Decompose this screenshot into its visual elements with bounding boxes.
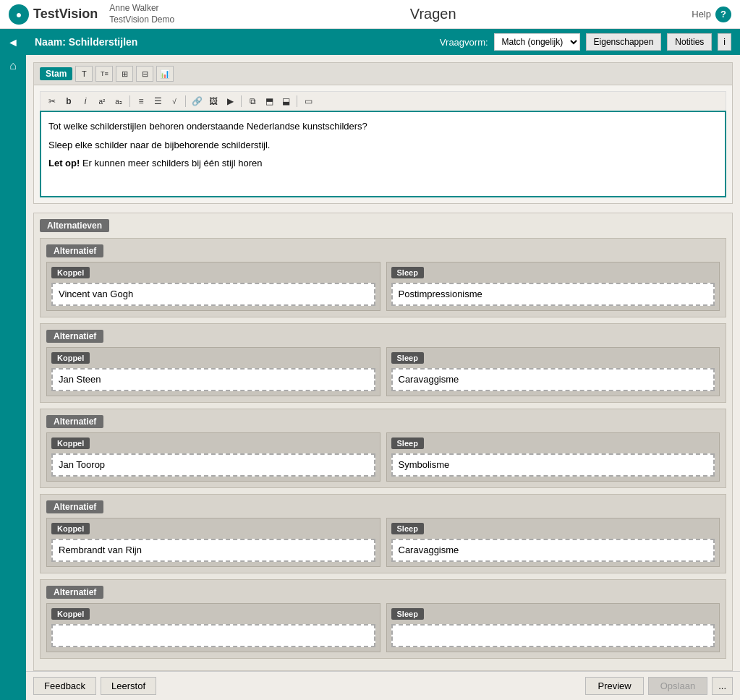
opslaan-button[interactable]: Opslaan [648, 677, 707, 695]
koppel-block-2: Koppel Jan Steen [46, 347, 380, 396]
user-org: TestVision Demo [109, 14, 174, 26]
stam-icon-Tiii[interactable]: T≡ [95, 66, 113, 82]
toolbar-italic[interactable]: i [78, 95, 93, 108]
help-label: Help [692, 9, 711, 20]
toolbar-sep3 [241, 95, 242, 107]
sleep-block-3: Sleep Symbolisme [386, 432, 720, 482]
koppel-label-3: Koppel [51, 438, 90, 449]
alternatieven-section: Alternatieven Alternatief Koppel Vincent… [33, 213, 733, 671]
koppel-block-1: Koppel Vincent van Gogh [46, 262, 380, 311]
stam-icon-chart[interactable]: 📊 [156, 66, 174, 82]
sleep-input-5[interactable] [391, 624, 715, 647]
toolbar-formula[interactable]: √ [167, 95, 182, 108]
alternatief-row-2: Koppel Jan Steen Sleep Caravaggisme [46, 347, 720, 396]
alternatief-block-3: Alternatief Koppel Jan Toorop Sleep Symb… [40, 409, 726, 488]
notities-button[interactable]: Notities [667, 33, 712, 51]
stam-icon-T[interactable]: T [75, 66, 93, 82]
alternatief-header-2: Alternatief [46, 330, 720, 343]
koppel-input-2[interactable]: Jan Steen [51, 368, 375, 391]
editor-area: ✂ b i a² a₂ ≡ ☰ √ 🔗 🖼 ▶ ⧉ [34, 85, 732, 203]
main-layout: ◄ ⌂ Naam: Schilderstijlen Vraagvorm: Mat… [0, 29, 740, 700]
left-sidebar: ◄ ⌂ [0, 29, 26, 700]
alternatief-row-3: Koppel Jan Toorop Sleep Symbolisme [46, 432, 720, 482]
alternatief-label-2: Alternatief [46, 330, 103, 343]
alternatieven-label: Alternatieven [40, 219, 109, 232]
koppel-input-3[interactable]: Jan Toorop [51, 453, 375, 477]
name-bar: Naam: Schilderstijlen Vraagvorm: Match (… [26, 29, 740, 55]
feedback-button[interactable]: Feedback [33, 677, 96, 695]
toolbar-bold[interactable]: b [61, 95, 76, 108]
alternatieven-header: Alternatieven [40, 219, 726, 232]
stam-icon-grid2[interactable]: ⊟ [136, 66, 153, 82]
vraagvorm-label: Vraagvorm: [440, 37, 488, 48]
toolbar-sep1 [129, 95, 130, 107]
bottom-bar: Feedback Leerstof Preview Opslaan ... [26, 671, 740, 700]
alternatief-header-3: Alternatief [46, 415, 720, 428]
editor-line3-bold: Let op! [48, 158, 80, 168]
koppel-label-5: Koppel [51, 608, 90, 620]
sidebar-arrow-button[interactable]: ◄ [2, 32, 24, 54]
toolbar-image[interactable]: 🖼 [206, 95, 221, 108]
sleep-input-4[interactable]: Caravaggisme [391, 539, 715, 562]
koppel-input-4[interactable]: Rembrandt van Rijn [51, 539, 375, 562]
user-name: Anne Walker [109, 3, 174, 14]
alternatief-block-1: Alternatief Koppel Vincent van Gogh Slee… [40, 238, 726, 317]
app-name: TestVision [33, 7, 98, 22]
arrow-icon: ◄ [7, 36, 19, 49]
alternatief-row-4: Koppel Rembrandt van Rijn Sleep Caravagg… [46, 518, 720, 567]
koppel-input-5[interactable] [51, 624, 375, 647]
more-button[interactable]: ... [712, 677, 733, 695]
editor-toolbar: ✂ b i a² a₂ ≡ ☰ √ 🔗 🖼 ▶ ⧉ [40, 91, 726, 111]
top-bar: ● TestVision Anne Walker TestVision Demo… [0, 0, 740, 29]
user-info: Anne Walker TestVision Demo [109, 3, 174, 25]
eigenschappen-button[interactable]: Eigenschappen [586, 33, 662, 51]
vraagvorm-select[interactable]: Match (ongelijk) [494, 33, 580, 51]
stam-icon-grid1[interactable]: ⊞ [116, 66, 133, 82]
logo-icon: ● [9, 4, 29, 25]
sleep-block-2: Sleep Caravaggisme [386, 347, 720, 396]
toolbar-ul[interactable]: ☰ [150, 95, 165, 108]
editor-line1: Tot welke schilderstijlen behoren onders… [48, 119, 718, 134]
toolbar-sub[interactable]: a₂ [111, 95, 126, 108]
editor-line2: Sleep elke schilder naar de bijbehorende… [48, 138, 718, 153]
info-button[interactable]: i [718, 33, 731, 51]
editor-content[interactable]: Tot welke schilderstijlen behoren onders… [40, 111, 726, 197]
help-button[interactable]: ? [715, 7, 731, 22]
editor-line3-rest: Er kunnen meer schilders bij één stijl h… [80, 158, 262, 168]
alternatief-header-1: Alternatief [46, 244, 720, 257]
toolbar-sup[interactable]: a² [95, 95, 109, 108]
preview-button[interactable]: Preview [585, 677, 643, 695]
sleep-input-2[interactable]: Caravaggisme [391, 368, 715, 391]
koppel-label-1: Koppel [51, 267, 90, 278]
sleep-input-1[interactable]: Postimpressionisme [391, 283, 715, 306]
toolbar-sep4 [297, 95, 297, 107]
alternatief-label-1: Alternatief [46, 244, 103, 257]
alternatief-label-4: Alternatief [46, 500, 103, 513]
editor-line3: Let op! Er kunnen meer schilders bij één… [48, 156, 718, 171]
koppel-block-5: Koppel [46, 603, 380, 652]
koppel-input-1[interactable]: Vincent van Gogh [51, 283, 375, 306]
toolbar-box[interactable]: ▭ [301, 95, 315, 108]
toolbar-ol[interactable]: ≡ [134, 95, 148, 108]
help-area: Help ? [692, 7, 731, 22]
alternatief-header-5: Alternatief [46, 586, 720, 599]
alternatief-label-3: Alternatief [46, 415, 103, 428]
main-content: Stam T T≡ ⊞ ⊟ 📊 ✂ b i a² a₂ ≡ [26, 55, 740, 671]
sleep-input-3[interactable]: Symbolisme [391, 453, 715, 477]
toolbar-copy1[interactable]: ⧉ [245, 95, 260, 108]
leerstof-button[interactable]: Leerstof [101, 677, 156, 695]
sleep-label-5: Sleep [391, 608, 424, 620]
toolbar-scissors[interactable]: ✂ [45, 95, 59, 108]
toolbar-link[interactable]: 🔗 [190, 95, 204, 108]
toolbar-media[interactable]: ▶ [223, 95, 237, 108]
sleep-block-4: Sleep Caravaggisme [386, 518, 720, 567]
logo-area: ● TestVision [9, 4, 98, 25]
sleep-label-4: Sleep [391, 523, 424, 534]
sidebar-home-button[interactable]: ⌂ [2, 55, 24, 77]
name-bar-right: Vraagvorm: Match (ongelijk) Eigenschappe… [440, 33, 731, 51]
toolbar-copy3[interactable]: ⬓ [278, 95, 293, 108]
page-title: Vragen [174, 6, 692, 22]
toolbar-copy2[interactable]: ⬒ [262, 95, 276, 108]
sleep-block-1: Sleep Postimpressionisme [386, 262, 720, 311]
alternatief-row-1: Koppel Vincent van Gogh Sleep Postimpres… [46, 262, 720, 311]
